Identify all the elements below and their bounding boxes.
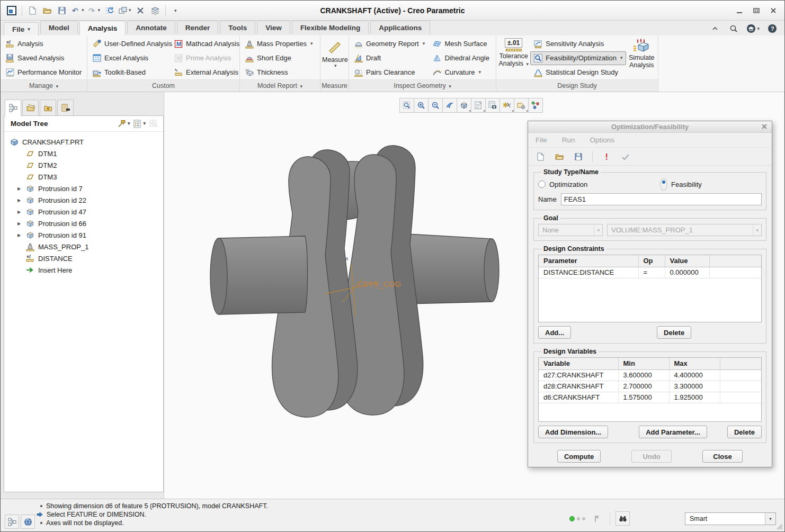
tree-item-protrusion-id-47[interactable]: ▶Protrusion id 47 bbox=[4, 206, 163, 218]
expand-arrow-icon[interactable]: ▶ bbox=[16, 198, 22, 203]
window-switch-button[interactable]: ▾ bbox=[117, 4, 132, 17]
tree-item-protrusion-id-66[interactable]: ▶Protrusion id 66 bbox=[4, 218, 163, 229]
radio-unselected-icon[interactable] bbox=[538, 181, 546, 188]
group-label-model-report[interactable]: Model Report ▾ bbox=[240, 79, 320, 92]
tab-folder-star-button[interactable]: ✱ bbox=[40, 100, 56, 116]
mass-properties-button[interactable]: Mass Properties▾ bbox=[242, 37, 318, 51]
geometry-report-button[interactable]: Geometry Report▾ bbox=[351, 37, 428, 51]
simulate-analysis-button[interactable]: Simulate Analysis bbox=[627, 37, 657, 79]
undo-button[interactable]: ↶▾ bbox=[70, 4, 85, 17]
tab-folders-button[interactable] bbox=[22, 100, 39, 116]
spin-center-button[interactable] bbox=[528, 98, 543, 113]
layers-button[interactable] bbox=[148, 4, 162, 17]
zoom-in-button[interactable] bbox=[414, 98, 429, 113]
search-binoculars-button[interactable] bbox=[615, 511, 630, 526]
mesh-surface-button[interactable]: Mesh Surface bbox=[429, 37, 494, 51]
prime-analysis-button[interactable]: MPrime Analysis bbox=[171, 51, 239, 65]
tree-item-protrusion-id-22[interactable]: ▶Protrusion id 22 bbox=[4, 194, 163, 206]
dialog-title-bar[interactable]: Optimization/Feasibility bbox=[528, 121, 772, 133]
add-dimension-button[interactable]: Add Dimension... bbox=[538, 426, 608, 438]
sensitivity-analysis-button[interactable]: Sensitivity Analysis bbox=[530, 37, 626, 51]
column-header[interactable]: Min bbox=[618, 358, 669, 369]
flag-icon[interactable] bbox=[591, 512, 604, 526]
draft-button[interactable]: Draft bbox=[351, 51, 428, 65]
open-file-button[interactable] bbox=[552, 150, 566, 164]
optimization-feasibility-dialog[interactable]: Optimization/Feasibility FileRunOptions … bbox=[528, 121, 772, 467]
statistical-design-study-button[interactable]: Statistical Design Study bbox=[530, 66, 626, 79]
mathcad-analysis-button[interactable]: MMathcad Analysis bbox=[171, 37, 239, 51]
constraints-delete-button[interactable]: Delete bbox=[657, 326, 691, 339]
user-defined-analysis-button[interactable]: User-Defined Analysis bbox=[89, 37, 170, 51]
confirm-check-button[interactable] bbox=[619, 150, 632, 164]
view-manager-button[interactable] bbox=[485, 98, 500, 113]
curvature-button[interactable]: Curvature▾ bbox=[429, 66, 494, 79]
tab-view[interactable]: View bbox=[257, 21, 290, 34]
dihedral-angle-button[interactable]: Dihedral Angle bbox=[429, 51, 494, 65]
tab-tools[interactable]: Tools bbox=[220, 21, 255, 34]
crankshaft-3d-model[interactable]: x CSYS_COG bbox=[201, 145, 519, 452]
datum-display-button[interactable]: ✱▾ bbox=[499, 98, 514, 113]
excel-analysis-button[interactable]: Excel Analysis bbox=[89, 51, 170, 65]
expand-arrow-icon[interactable]: ▶ bbox=[16, 233, 22, 238]
dialog-menu-run[interactable]: Run bbox=[562, 136, 575, 144]
short-edge-button[interactable]: Short Edge bbox=[242, 51, 318, 65]
thickness-button[interactable]: 3DThickness bbox=[242, 66, 318, 79]
search-button[interactable] bbox=[727, 22, 741, 35]
close-x-button[interactable] bbox=[766, 5, 780, 16]
toolkit-based-button[interactable]: Toolkit-Based bbox=[89, 66, 170, 79]
tab-tree-button[interactable] bbox=[5, 100, 21, 116]
table-row[interactable]: DISTANCE:DISTANCE=0.000000 bbox=[539, 267, 761, 278]
tab-flexible-modeling[interactable]: Flexible Modeling bbox=[292, 21, 369, 34]
tab-search-button[interactable] bbox=[57, 100, 74, 116]
column-header[interactable] bbox=[720, 358, 761, 369]
save-file-button[interactable] bbox=[572, 150, 585, 164]
variables-delete-button[interactable]: Delete bbox=[727, 426, 762, 438]
group-label-manage[interactable]: Manage ▾ bbox=[1, 79, 87, 92]
expand-arrow-icon[interactable]: ▶ bbox=[16, 221, 22, 226]
tree-item-crankshaft-prt[interactable]: CRANKSHAFT.PRT bbox=[4, 136, 163, 148]
feasibility-optimization-button[interactable]: Feasibility/Optimization▾ bbox=[530, 51, 626, 65]
run-exclamation-button[interactable]: ! bbox=[600, 150, 613, 164]
close-window-button[interactable] bbox=[133, 4, 147, 17]
table-row[interactable]: d28:CRANKSHAFT2.7000003.300000 bbox=[539, 381, 761, 392]
open-file-button[interactable] bbox=[40, 4, 54, 17]
restore-button[interactable] bbox=[750, 5, 763, 16]
tab-annotate[interactable]: Annotate bbox=[127, 21, 175, 34]
study-name-input[interactable] bbox=[561, 193, 762, 205]
saved-analysis-button[interactable]: Saved Analysis bbox=[2, 51, 85, 65]
optimization-radio[interactable]: Optimization bbox=[538, 181, 660, 188]
tree-item-insert-here[interactable]: Insert Here bbox=[4, 264, 163, 276]
table-row[interactable]: d6:CRANKSHAFT1.5750001.925000 bbox=[539, 392, 761, 403]
tab-applications[interactable]: Applications bbox=[370, 21, 430, 34]
tree-item-protrusion-id-7[interactable]: ▶Protrusion id 7 bbox=[4, 183, 163, 194]
caret-down-button[interactable]: ▾ bbox=[169, 4, 183, 17]
column-header[interactable]: Max bbox=[669, 358, 720, 369]
dialog-menu-options[interactable]: Options bbox=[590, 136, 615, 144]
goal-type-select[interactable]: None▾ bbox=[538, 224, 603, 236]
minimize-button[interactable] bbox=[733, 5, 746, 16]
tree-item-distance[interactable]: ×/DISTANCE bbox=[4, 253, 163, 264]
close-button[interactable]: Close bbox=[702, 450, 743, 463]
tree-item-mass-prop-1[interactable]: MASS_PROP_1 bbox=[4, 241, 163, 253]
redo-button[interactable]: ↷▾ bbox=[86, 4, 102, 17]
variables-table[interactable]: VariableMinMaxd27:CRANKSHAFT3.6000004.40… bbox=[538, 357, 762, 422]
undo-button[interactable]: Undo bbox=[631, 450, 672, 463]
collapse-chevron-button[interactable] bbox=[708, 22, 722, 35]
tree-settings-button[interactable]: ▾ bbox=[116, 118, 131, 130]
tree-item-dtm2[interactable]: DTM2 bbox=[4, 159, 163, 171]
performance-monitor-button[interactable]: Performance Monitor bbox=[2, 66, 85, 79]
resize-grip[interactable] bbox=[776, 523, 783, 530]
refit-button[interactable] bbox=[399, 98, 414, 113]
radio-selected-icon[interactable] bbox=[660, 178, 667, 191]
measure-button[interactable]: Measure▾ bbox=[322, 37, 348, 79]
column-header[interactable]: Op bbox=[638, 255, 665, 267]
constraints-table[interactable]: ParameterOpValueDISTANCE:DISTANCE=0.0000… bbox=[538, 255, 762, 322]
analysis-button[interactable]: ×/Analysis bbox=[2, 37, 85, 51]
pairs-clearance-button[interactable]: Pairs Clearance bbox=[351, 66, 428, 79]
web-globe-button[interactable] bbox=[21, 515, 35, 529]
dialog-close-icon[interactable] bbox=[761, 123, 768, 130]
app-logo-button[interactable] bbox=[5, 4, 19, 17]
compute-button[interactable]: Compute bbox=[557, 450, 601, 463]
tolerance-analysis-button[interactable]: ±.01 Tolerance Analysis ▾ bbox=[498, 37, 529, 79]
selection-filter-combo[interactable]: Smart ▾ bbox=[685, 512, 776, 525]
